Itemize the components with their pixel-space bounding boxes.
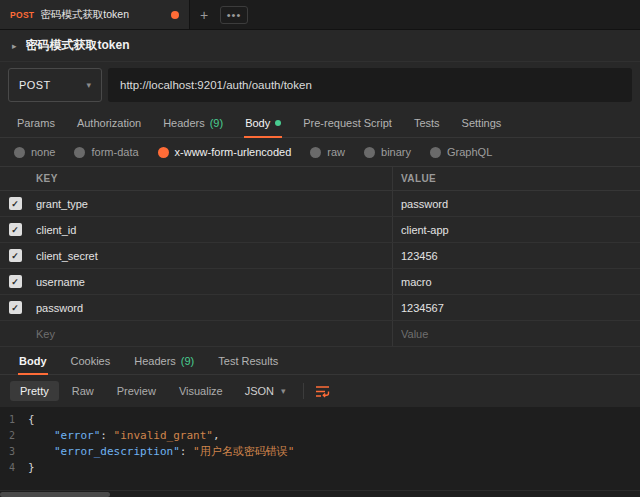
json-string-value: "用户名或密码错误" xyxy=(193,445,294,458)
request-tab[interactable]: POST 密码模式获取token xyxy=(0,0,190,29)
method-dropdown[interactable]: POST ▾ xyxy=(8,68,102,102)
tab-options-button[interactable]: ••• xyxy=(220,6,248,24)
radio-icon xyxy=(74,147,85,158)
param-value[interactable]: 1234567 xyxy=(393,295,640,320)
value-column-header: VALUE xyxy=(393,167,640,190)
tab-settings[interactable]: Settings xyxy=(451,108,513,137)
format-label: JSON xyxy=(245,385,274,397)
param-value[interactable]: client-app xyxy=(393,217,640,242)
param-key[interactable]: grant_type xyxy=(30,191,393,216)
tab-tests[interactable]: Tests xyxy=(403,108,451,137)
radio-label: x-www-form-urlencoded xyxy=(175,146,292,158)
key-column-header: KEY xyxy=(30,167,393,190)
header-check-cell xyxy=(0,167,30,190)
method-label: POST xyxy=(19,79,51,91)
tab-authorization[interactable]: Authorization xyxy=(66,108,152,137)
tab-pre-request-script[interactable]: Pre-request Script xyxy=(292,108,403,137)
params-table: KEY VALUE ✓ grant_type password ✓ client… xyxy=(0,166,640,347)
tab-strip: POST 密码模式获取token + ••• xyxy=(0,0,640,30)
tab-label: Test Results xyxy=(218,355,278,367)
body-type-graphql[interactable]: GraphQL xyxy=(430,146,492,158)
radio-icon xyxy=(364,147,375,158)
response-tab-cookies[interactable]: Cookies xyxy=(62,347,120,374)
response-tab-headers[interactable]: Headers (9) xyxy=(125,347,203,374)
chevron-down-icon: ▾ xyxy=(281,386,286,396)
tab-label: Headers xyxy=(163,117,205,129)
view-preview-button[interactable]: Preview xyxy=(107,381,166,401)
body-type-form-data[interactable]: form-data xyxy=(74,146,138,158)
collapse-caret-icon[interactable]: ▸ xyxy=(12,41,17,51)
param-value[interactable]: macro xyxy=(393,269,640,294)
headers-count-badge: (9) xyxy=(210,117,223,129)
new-key-input[interactable] xyxy=(36,328,386,340)
radio-icon xyxy=(14,147,25,158)
tab-title: 密码模式获取token xyxy=(40,8,165,22)
row-checkbox[interactable]: ✓ xyxy=(9,301,22,314)
tab-params[interactable]: Params xyxy=(6,108,66,137)
line-number: 4 xyxy=(0,460,28,476)
body-type-x-www-form-urlencoded[interactable]: x-www-form-urlencoded xyxy=(158,146,292,158)
new-tab-button[interactable]: + xyxy=(190,0,218,29)
param-key[interactable]: username xyxy=(30,269,393,294)
url-input[interactable] xyxy=(108,68,632,102)
radio-label: none xyxy=(31,146,55,158)
row-checkbox[interactable]: ✓ xyxy=(9,197,22,210)
response-body-viewer: 1 { 2 "error": "invalid_grant", 3 "error… xyxy=(0,407,640,490)
response-tabs: Body Cookies Headers (9) Test Results xyxy=(0,347,640,375)
request-name: 密码模式获取token xyxy=(26,37,130,54)
row-checkbox[interactable]: ✓ xyxy=(9,275,22,288)
line-number: 1 xyxy=(0,412,28,428)
body-type-binary[interactable]: binary xyxy=(364,146,411,158)
tab-headers[interactable]: Headers (9) xyxy=(152,108,234,137)
line-number: 3 xyxy=(0,444,28,460)
radio-label: raw xyxy=(327,146,345,158)
param-value[interactable]: 123456 xyxy=(393,243,640,268)
body-type-raw[interactable]: raw xyxy=(310,146,345,158)
view-raw-button[interactable]: Raw xyxy=(62,381,104,401)
json-colon: : xyxy=(100,429,113,442)
wrap-text-icon[interactable] xyxy=(312,380,334,402)
new-value-input[interactable] xyxy=(401,328,632,340)
body-set-dot xyxy=(275,120,281,126)
request-tabs: Params Authorization Headers (9) Body Pr… xyxy=(0,108,640,138)
headers-count-badge: (9) xyxy=(181,355,194,367)
json-key: "error" xyxy=(54,429,100,442)
format-dropdown[interactable]: JSON ▾ xyxy=(236,381,295,401)
tab-method-label: POST xyxy=(10,10,34,20)
scrollbar-thumb[interactable] xyxy=(0,492,110,497)
code-line: 1 { xyxy=(0,412,640,428)
tab-label: Tests xyxy=(414,117,440,129)
table-row: ✓ grant_type password xyxy=(0,191,640,217)
table-row-new xyxy=(0,321,640,347)
chevron-down-icon: ▾ xyxy=(86,80,91,90)
code-line: 2 "error": "invalid_grant", xyxy=(0,428,640,444)
table-row: ✓ client_secret 123456 xyxy=(0,243,640,269)
code-line: 4 } xyxy=(0,460,640,476)
table-row: ✓ password 1234567 xyxy=(0,295,640,321)
new-row-check-cell xyxy=(0,321,30,346)
tab-label: Cookies xyxy=(71,355,111,367)
tab-label: Body xyxy=(19,355,47,367)
body-type-none[interactable]: none xyxy=(14,146,55,158)
table-row: ✓ username macro xyxy=(0,269,640,295)
param-key[interactable]: client_id xyxy=(30,217,393,242)
tab-label: Params xyxy=(17,117,55,129)
response-tab-test-results[interactable]: Test Results xyxy=(209,347,287,374)
radio-icon xyxy=(158,147,169,158)
row-checkbox[interactable]: ✓ xyxy=(9,249,22,262)
horizontal-scrollbar[interactable] xyxy=(0,490,640,497)
view-visualize-button[interactable]: Visualize xyxy=(169,381,233,401)
request-name-row: ▸ 密码模式获取token xyxy=(0,30,640,62)
row-checkbox[interactable]: ✓ xyxy=(9,223,22,236)
response-tab-body[interactable]: Body xyxy=(10,347,56,374)
tab-label: Settings xyxy=(462,117,502,129)
param-value[interactable]: password xyxy=(393,191,640,216)
code-text: { xyxy=(28,412,35,428)
param-key[interactable]: client_secret xyxy=(30,243,393,268)
radio-label: form-data xyxy=(91,146,138,158)
tab-body[interactable]: Body xyxy=(234,108,292,137)
toolbar-divider xyxy=(303,383,304,399)
view-pretty-button[interactable]: Pretty xyxy=(10,381,59,401)
line-number: 2 xyxy=(0,428,28,444)
param-key[interactable]: password xyxy=(30,295,393,320)
